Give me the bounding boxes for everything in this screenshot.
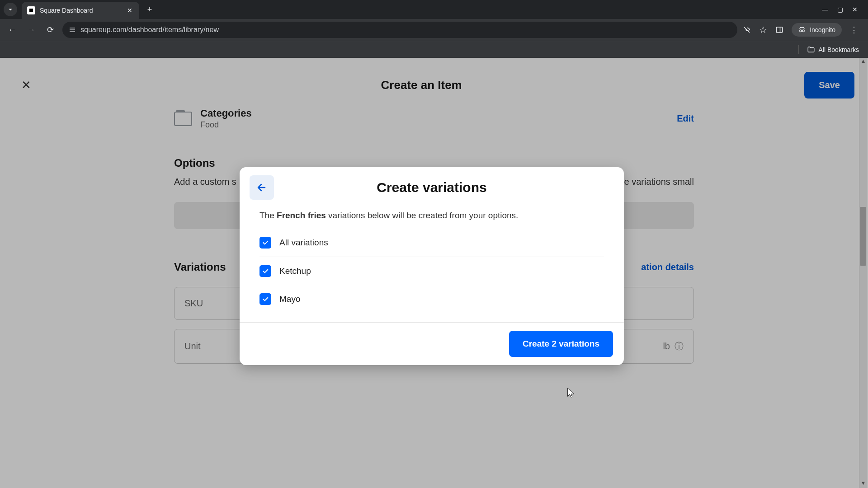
create-variations-button[interactable]: Create 2 variations	[509, 331, 613, 357]
variation-label: Mayo	[279, 294, 300, 304]
page-content: ✕ Create an Item Save Categories Food Ed…	[0, 58, 868, 488]
window-controls: — ▢ ✕	[822, 6, 864, 13]
close-window-button[interactable]: ✕	[852, 6, 858, 13]
variation-all-row[interactable]: All variations	[259, 229, 604, 257]
variation-list: All variations Ketchup Mayo	[240, 224, 624, 322]
svg-rect-1	[70, 29, 75, 30]
variation-label: Ketchup	[279, 266, 311, 276]
browser-tab[interactable]: Square Dashboard ✕	[22, 2, 139, 19]
tab-title: Square Dashboard	[40, 7, 121, 14]
checkbox-all[interactable]	[259, 237, 271, 249]
tab-bar: Square Dashboard ✕ + — ▢ ✕	[0, 0, 868, 19]
check-icon	[262, 239, 269, 246]
modal-description: The French fries variations below will b…	[240, 203, 624, 224]
incognito-indicator[interactable]: Incognito	[792, 23, 842, 37]
close-tab-button[interactable]: ✕	[126, 6, 134, 14]
checkbox-ketchup[interactable]	[259, 265, 271, 277]
incognito-label: Incognito	[810, 26, 835, 33]
svg-point-6	[802, 30, 805, 32]
variation-row-ketchup[interactable]: Ketchup	[259, 257, 604, 285]
maximize-button[interactable]: ▢	[837, 6, 843, 13]
svg-rect-3	[776, 27, 783, 33]
reload-button[interactable]: ⟳	[43, 23, 57, 37]
new-tab-button[interactable]: +	[143, 3, 156, 16]
minimize-button[interactable]: —	[822, 6, 828, 13]
url-text: squareup.com/dashboard/items/library/new	[80, 26, 219, 34]
bookmarks-bar: All Bookmarks	[0, 41, 868, 58]
browser-menu-button[interactable]: ⋮	[850, 25, 858, 35]
all-bookmarks-label: All Bookmarks	[819, 46, 859, 53]
variation-all-label: All variations	[279, 238, 328, 248]
incognito-icon	[798, 26, 806, 34]
arrow-left-icon	[256, 182, 267, 193]
modal-back-button[interactable]	[250, 175, 274, 200]
site-settings-icon	[69, 26, 76, 33]
bookmark-star-icon[interactable]: ☆	[759, 24, 767, 35]
side-panel-icon[interactable]	[775, 26, 783, 34]
url-input[interactable]: squareup.com/dashboard/items/library/new	[62, 22, 737, 38]
folder-icon	[807, 46, 815, 54]
svg-rect-2	[70, 31, 75, 32]
check-icon	[262, 296, 269, 303]
square-favicon	[27, 6, 35, 14]
modal-title: Create variations	[252, 180, 611, 195]
chevron-down-icon	[6, 5, 14, 14]
checkbox-mayo[interactable]	[259, 293, 271, 305]
variation-row-mayo[interactable]: Mayo	[259, 285, 604, 313]
tabs-dropdown-button[interactable]	[4, 3, 17, 16]
browser-chrome: Square Dashboard ✕ + — ▢ ✕ ← → ⟳ squareu…	[0, 0, 868, 58]
svg-point-5	[800, 30, 802, 32]
address-bar: ← → ⟳ squareup.com/dashboard/items/libra…	[0, 19, 868, 41]
eye-off-icon[interactable]	[743, 26, 751, 34]
all-bookmarks-button[interactable]: All Bookmarks	[807, 46, 859, 54]
create-variations-modal: Create variations The French fries varia…	[240, 167, 624, 365]
check-icon	[262, 267, 269, 275]
forward-button[interactable]: →	[24, 23, 38, 37]
back-button[interactable]: ←	[5, 23, 19, 37]
svg-rect-0	[70, 28, 75, 28]
